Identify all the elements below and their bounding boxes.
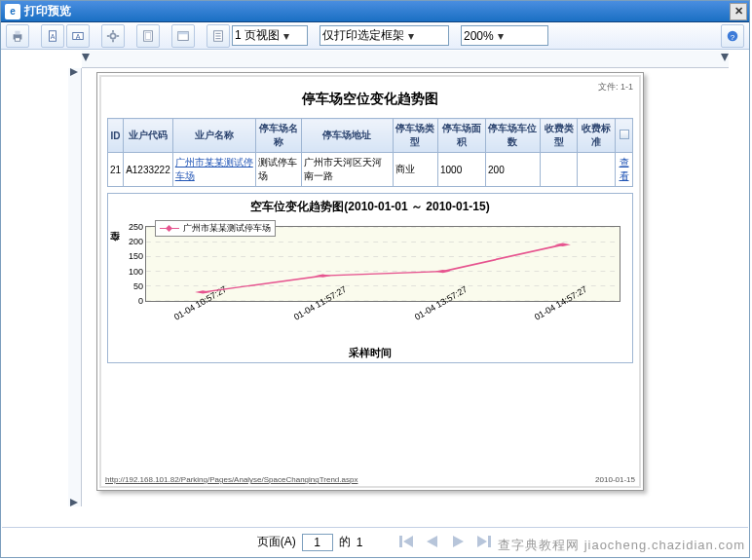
th-check bbox=[616, 119, 633, 153]
print-button[interactable] bbox=[6, 24, 29, 48]
svg-text:A: A bbox=[76, 32, 81, 39]
page-setup-button[interactable] bbox=[101, 24, 125, 48]
svg-text:A: A bbox=[51, 32, 56, 39]
help-icon: ? bbox=[726, 29, 739, 43]
page-title: 停车场空位变化趋势图 bbox=[101, 77, 639, 118]
header-icon bbox=[176, 29, 190, 43]
td-view-link[interactable]: 查看 bbox=[616, 153, 633, 187]
svg-marker-34 bbox=[427, 536, 437, 547]
td-slots: 200 bbox=[486, 153, 541, 187]
margins-button[interactable] bbox=[136, 24, 160, 48]
td-name-link[interactable]: 广州市某某测试停车场 bbox=[172, 153, 256, 187]
next-page-button[interactable] bbox=[448, 533, 468, 552]
gear-icon bbox=[106, 29, 120, 43]
chevron-down-icon: ▾ bbox=[498, 29, 504, 43]
td-pname: 测试停车场 bbox=[256, 153, 301, 187]
last-icon bbox=[473, 533, 493, 550]
print-scope-select[interactable]: 仅打印选定框架▾ bbox=[320, 25, 449, 46]
last-page-button[interactable] bbox=[473, 533, 493, 552]
chart-series bbox=[146, 227, 620, 301]
table-header-row: ID 业户代码 业户名称 停车场名称 停车场地址 停车场类型 停车场面积 停车场… bbox=[108, 119, 633, 153]
footer-date: 2010-01-15 bbox=[595, 475, 635, 484]
chevron-down-icon: ▾ bbox=[408, 29, 414, 43]
checkbox-icon bbox=[620, 130, 629, 139]
th-name: 业户名称 bbox=[172, 119, 256, 153]
svg-marker-33 bbox=[403, 536, 413, 547]
th-id: ID bbox=[108, 119, 124, 153]
th-area: 停车场面积 bbox=[437, 119, 485, 153]
svg-marker-36 bbox=[477, 536, 487, 547]
zoom-label: 200% bbox=[464, 29, 494, 43]
of-label: 的 bbox=[339, 534, 351, 550]
page-number-input[interactable] bbox=[302, 534, 333, 551]
table-row: 21 A1233222 广州市某某测试停车场 测试停车场 广州市天河区天河南一路… bbox=[108, 153, 633, 187]
printer-icon bbox=[11, 29, 24, 43]
svg-text:?: ? bbox=[731, 32, 735, 41]
zoom-select[interactable]: 200%▾ bbox=[461, 25, 548, 46]
preview-area: 文件: 1-1 停车场空位变化趋势图 ID 业户代码 业户名称 停车场名称 停车… bbox=[2, 51, 748, 526]
th-slots: 停车场车位数 bbox=[486, 119, 541, 153]
landscape-button[interactable]: A bbox=[66, 24, 90, 48]
first-page-button[interactable] bbox=[397, 533, 417, 552]
page-label: 页面(A) bbox=[257, 534, 296, 550]
chart-legend: 广州市某某测试停车场 bbox=[155, 220, 276, 237]
vertical-ruler[interactable] bbox=[68, 68, 82, 506]
th-code: 业户代码 bbox=[124, 119, 173, 153]
fit-width-button[interactable] bbox=[207, 24, 230, 48]
legend-line-icon bbox=[160, 228, 179, 229]
chart-canvas: 空车位 广州市某某测试停车场 050100150200250 01-04 10:… bbox=[114, 220, 626, 358]
close-button[interactable]: ✕ bbox=[730, 3, 747, 20]
page-preview: 文件: 1-1 停车场空位变化趋势图 ID 业户代码 业户名称 停车场名称 停车… bbox=[96, 72, 644, 491]
view-mode-label: 1 页视图 bbox=[235, 27, 280, 44]
th-feestd: 收费标准 bbox=[578, 119, 616, 153]
header-footer-button[interactable] bbox=[171, 24, 195, 48]
y-tick: 100 bbox=[118, 267, 143, 277]
svg-marker-35 bbox=[453, 536, 464, 547]
td-type: 商业 bbox=[393, 153, 437, 187]
svg-point-7 bbox=[110, 33, 115, 38]
td-feetype bbox=[540, 153, 578, 187]
toolbar: A A 1 页视图▾ 仅打印选定框架▾ 200%▾ bbox=[1, 22, 749, 50]
prev-page-button[interactable] bbox=[423, 533, 442, 552]
y-tick: 250 bbox=[118, 222, 143, 232]
footer-url: http://192.168.101.82/Parking/Pages/Anal… bbox=[105, 475, 357, 484]
total-pages: 1 bbox=[357, 536, 363, 549]
fit-icon bbox=[211, 29, 225, 43]
page-icon bbox=[141, 29, 155, 43]
y-tick: 50 bbox=[118, 281, 143, 291]
print-scope-label: 仅打印选定框架 bbox=[322, 27, 404, 44]
ie-icon: e bbox=[5, 4, 20, 19]
page-footer: http://192.168.101.82/Parking/Pages/Anal… bbox=[105, 475, 635, 484]
td-addr: 广州市天河区天河南一路 bbox=[301, 153, 393, 187]
landscape-icon: A bbox=[71, 29, 85, 43]
portrait-button[interactable]: A bbox=[41, 24, 64, 48]
td-feestd bbox=[578, 153, 616, 187]
td-code: A1233222 bbox=[124, 153, 173, 187]
td-area: 1000 bbox=[437, 153, 485, 187]
svg-rect-32 bbox=[399, 536, 402, 547]
y-tick: 0 bbox=[118, 296, 143, 306]
next-icon bbox=[448, 533, 468, 550]
chart-title: 空车位变化趋势图(2010-01-01 ～ 2010-01-15) bbox=[108, 194, 632, 220]
attachment-label: 文件: 1-1 bbox=[598, 81, 633, 93]
y-tick: 200 bbox=[118, 237, 143, 246]
data-table: ID 业户代码 业户名称 停车场名称 停车场地址 停车场类型 停车场面积 停车场… bbox=[107, 118, 633, 187]
svg-rect-37 bbox=[488, 536, 491, 547]
portrait-icon: A bbox=[46, 29, 59, 43]
titlebar: e 打印预览 ✕ bbox=[1, 1, 749, 22]
horizontal-ruler[interactable] bbox=[82, 51, 729, 68]
th-addr: 停车场地址 bbox=[301, 119, 393, 153]
y-tick: 150 bbox=[118, 251, 143, 261]
help-button[interactable]: ? bbox=[721, 24, 744, 48]
svg-rect-15 bbox=[178, 31, 189, 34]
th-type: 停车场类型 bbox=[393, 119, 437, 153]
svg-rect-2 bbox=[15, 37, 19, 41]
td-id: 21 bbox=[108, 153, 124, 187]
th-pname: 停车场名称 bbox=[256, 119, 301, 153]
svg-rect-1 bbox=[15, 30, 19, 34]
view-mode-select[interactable]: 1 页视图▾ bbox=[232, 25, 308, 46]
prev-icon bbox=[423, 533, 442, 550]
watermark: 查字典教程网 jiaocheng.chazidian.com bbox=[498, 537, 745, 554]
window-title: 打印预览 bbox=[24, 3, 71, 19]
x-axis-label: 采样时间 bbox=[114, 346, 626, 360]
